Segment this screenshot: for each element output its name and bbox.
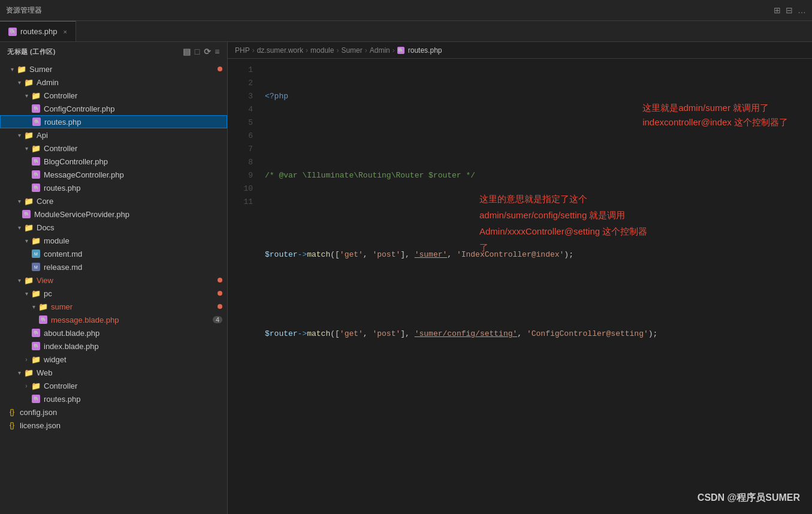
label-core: Core — [37, 197, 222, 206]
badge-sumer-view — [218, 304, 222, 309]
code-line-8 — [265, 367, 805, 380]
sidebar-item-module-docs[interactable]: ▾ 📁 module — [0, 234, 227, 247]
label-module-docs: module — [44, 236, 222, 245]
sidebar-item-blogcontroller[interactable]: 🐘 BlogController.php — [0, 155, 227, 168]
sidebar-item-about-blade[interactable]: 🐘 about.blade.php — [0, 326, 227, 339]
arrow-core: ▾ — [14, 198, 24, 205]
arrow-sumer-view: ▾ — [29, 303, 38, 310]
arrow-view: ▾ — [14, 277, 24, 284]
sidebar-item-web[interactable]: ▾ 📁 Web — [0, 366, 227, 379]
breadcrumb-php: PHP — [235, 46, 250, 55]
php-icon-moduleserviceprovider: 🐘 — [22, 209, 31, 219]
new-file-icon[interactable]: ▤ — [183, 47, 191, 56]
arrow-admin: ▾ — [14, 79, 24, 86]
badge-pc — [218, 291, 222, 296]
sidebar-item-sumer[interactable]: ▾ 📁 Sumer — [0, 62, 227, 76]
tab-close-button[interactable]: × — [63, 28, 67, 35]
sidebar-item-pc[interactable]: ▾ 📁 pc — [0, 287, 227, 300]
refresh-icon[interactable]: ⟳ — [204, 47, 212, 56]
code-line-10 — [265, 446, 805, 459]
sidebar-item-content-md[interactable]: M content.md — [0, 247, 227, 260]
folder-icon-controller-web: 📁 — [31, 381, 41, 390]
folder-icon-view: 📁 — [24, 275, 34, 285]
arrow-controller-admin: ▾ — [22, 92, 31, 99]
folder-icon-api: 📁 — [24, 130, 34, 140]
sidebar-item-routes-php[interactable]: 🐘 routes.php — [0, 115, 227, 128]
json-icon-config: {} — [7, 407, 17, 417]
folder-icon-web: 📁 — [24, 368, 34, 377]
code-line-1: <?php — [265, 90, 805, 103]
label-content-md: content.md — [44, 250, 222, 258]
label-license-json: license.json — [20, 421, 222, 430]
arrow-widget: › — [22, 356, 31, 363]
sidebar-item-api[interactable]: ▾ 📁 Api — [0, 128, 227, 142]
code-line-7: $router->match(['get', 'post'], 'sumer/c… — [265, 327, 805, 341]
label-config-json: config.json — [20, 408, 222, 417]
sidebar-item-message-blade[interactable]: 🐘 message.blade.php 4 — [0, 313, 227, 326]
php-icon-blogcontroller: 🐘 — [31, 157, 41, 166]
code-line-6 — [265, 288, 805, 301]
label-blogcontroller: BlogController.php — [44, 157, 222, 166]
label-widget: widget — [44, 355, 222, 364]
folder-icon-pc: 📁 — [31, 288, 41, 298]
code-editor[interactable]: 1 2 3 4 5 6 7 8 9 10 11 <?php /* @var \I… — [228, 59, 812, 514]
code-line-4 — [265, 209, 805, 222]
arrow-web: ▾ — [14, 369, 24, 376]
sidebar-item-routes-api[interactable]: 🐘 routes.php — [0, 181, 227, 194]
php-icon-configcontroller: 🐘 — [31, 104, 41, 113]
folder-icon-sumer-view: 📁 — [38, 302, 48, 311]
sidebar-item-config-json[interactable]: {} config.json — [0, 405, 227, 419]
tab-routes-php[interactable]: 🐘 routes.php × — [0, 21, 76, 41]
sidebar-item-sumer-view[interactable]: ▾ 📁 sumer — [0, 300, 227, 313]
tab-bar: 🐘 routes.php × — [0, 21, 812, 42]
sidebar-item-routes-web[interactable]: 🐘 routes.php — [0, 392, 227, 405]
sidebar-item-docs[interactable]: ▾ 📁 Docs — [0, 221, 227, 234]
new-folder-icon[interactable]: □ — [195, 47, 200, 56]
label-moduleserviceprovider: ModuleServiceProvider.php — [34, 210, 222, 219]
label-messagecontroller: MessageController.php — [44, 170, 222, 179]
php-icon-routes-php: 🐘 — [32, 117, 41, 127]
title-bar-action-3[interactable]: … — [798, 5, 806, 15]
title-bar-action-2[interactable]: ⊟ — [786, 5, 793, 15]
sidebar-item-index-blade[interactable]: 🐘 index.blade.php — [0, 339, 227, 353]
arrow-sumer: ▾ — [7, 66, 17, 73]
code-line-5: $router->match(['get', 'post'], 'sumer',… — [265, 248, 805, 261]
label-api: Api — [37, 131, 222, 140]
folder-icon-module-docs: 📁 — [31, 236, 41, 245]
sidebar-item-view[interactable]: ▾ 📁 View — [0, 273, 227, 287]
sidebar: 无标题 (工作区) ▤ □ ⟳ ≡ ▾ 📁 Sumer ▾ 📁 — [0, 42, 228, 514]
badge-sumer — [218, 67, 222, 71]
folder-icon-docs: 📁 — [24, 223, 34, 232]
sidebar-item-controller-admin[interactable]: ▾ 📁 Controller — [0, 89, 227, 102]
folder-icon-core: 📁 — [24, 196, 34, 206]
sidebar-item-license-json[interactable]: {} license.json — [0, 419, 227, 432]
label-sumer-view: sumer — [51, 302, 215, 311]
label-docs: Docs — [37, 223, 222, 232]
sidebar-content[interactable]: ▾ 📁 Sumer ▾ 📁 Admin ▾ 📁 Controller — [0, 61, 227, 514]
title-bar-actions: ⊞ ⊟ … — [774, 5, 806, 15]
md-icon-release: M — [31, 262, 41, 272]
sidebar-item-core[interactable]: ▾ 📁 Core — [0, 194, 227, 208]
sidebar-item-moduleserviceprovider[interactable]: 🐘 ModuleServiceProvider.php — [0, 208, 227, 221]
sidebar-item-configcontroller[interactable]: 🐘 ConfigController.php — [0, 102, 227, 115]
label-web: Web — [37, 368, 222, 377]
sidebar-item-controller-web[interactable]: › 📁 Controller — [0, 379, 227, 392]
main-layout: 无标题 (工作区) ▤ □ ⟳ ≡ ▾ 📁 Sumer ▾ 📁 — [0, 42, 812, 514]
title-bar-action-1[interactable]: ⊞ — [774, 5, 781, 15]
sidebar-item-admin[interactable]: ▾ 📁 Admin — [0, 76, 227, 89]
label-message-blade: message.blade.php — [51, 315, 210, 324]
arrow-controller-web: › — [22, 383, 31, 389]
folder-icon-admin: 📁 — [24, 77, 34, 87]
sidebar-item-widget[interactable]: › 📁 widget — [0, 353, 227, 366]
label-controller-api: Controller — [44, 144, 222, 153]
title-bar: 资源管理器 ⊞ ⊟ … — [0, 0, 812, 21]
sidebar-item-messagecontroller[interactable]: 🐘 MessageController.php — [0, 168, 227, 181]
breadcrumb: PHP › dz.sumer.work › module › Sumer › A… — [228, 42, 812, 59]
sidebar-item-controller-api[interactable]: ▾ 📁 Controller — [0, 142, 227, 155]
code-line-11 — [265, 486, 805, 499]
folder-icon-controller-api: 📁 — [31, 143, 41, 153]
json-icon-license: {} — [7, 420, 17, 430]
sidebar-item-release-md[interactable]: M release.md — [0, 260, 227, 273]
collapse-icon[interactable]: ≡ — [215, 47, 220, 56]
folder-icon-widget: 📁 — [31, 354, 41, 364]
